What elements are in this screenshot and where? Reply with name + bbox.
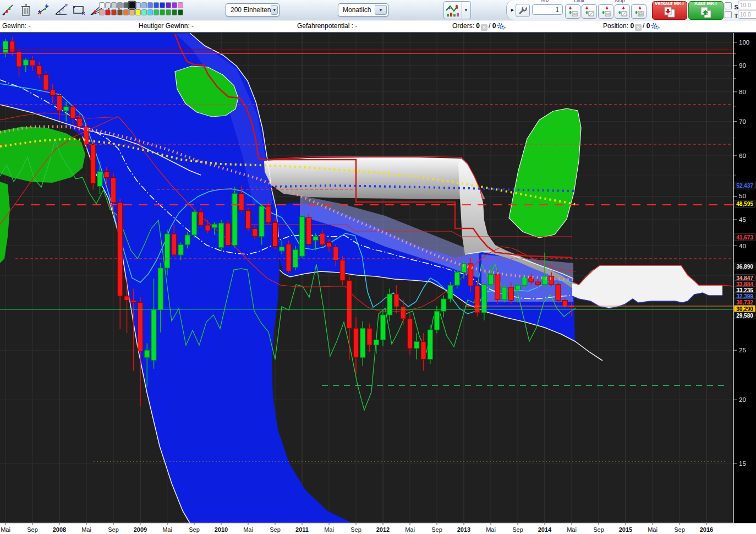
color-swatch[interactable]: [178, 9, 183, 15]
gefahrenpotential-item: Gefahrenpotential : -: [297, 22, 357, 30]
candle: [266, 206, 271, 223]
trendline-tool-button[interactable]: [36, 2, 51, 18]
x-axis-label: 2011: [295, 526, 309, 533]
color-swatch[interactable]: [166, 2, 171, 8]
close-position-icon[interactable]: ✕: [635, 24, 642, 31]
x-axis-label: Sep: [189, 526, 200, 533]
freehand-draw-tool-button[interactable]: [1, 2, 15, 18]
sell-limit-order-button[interactable]: [582, 4, 597, 19]
color-swatch[interactable]: [141, 9, 147, 15]
x-axis-label: Sep: [108, 526, 119, 533]
limit-order-icon: [567, 6, 578, 17]
color-swatch[interactable]: [105, 2, 111, 8]
candle: [549, 276, 554, 285]
color-swatch[interactable]: [129, 9, 135, 15]
orders-settings-gear-icon[interactable]: [497, 22, 506, 30]
y-axis-label: 45: [739, 216, 746, 223]
s-value-input[interactable]: [738, 1, 756, 9]
color-swatch[interactable]: [123, 9, 129, 15]
price-chart[interactable]: MaiSep2008MaiSep2009MaiSep2010MaiSep2011…: [0, 0, 756, 534]
delete-drawing-button[interactable]: [19, 2, 33, 18]
cancel-orders-icon[interactable]: ✕: [481, 24, 487, 31]
y-axis-label: 60: [739, 152, 746, 159]
y-axis-label: 25: [739, 347, 746, 353]
candle: [124, 296, 129, 301]
settings-wrench-button[interactable]: [516, 4, 530, 17]
candle: [23, 60, 28, 66]
color-swatch[interactable]: [111, 9, 117, 15]
color-swatch[interactable]: [178, 2, 183, 8]
color-swatch[interactable]: [147, 2, 153, 8]
color-swatch[interactable]: [117, 2, 123, 8]
buy-market-button[interactable]: Kauf MKT: [688, 1, 724, 20]
buy-limit-order-button[interactable]: [565, 4, 580, 19]
period-select[interactable]: Monatlich ▼: [338, 3, 388, 17]
x-axis-label: Mai: [648, 526, 658, 533]
candle: [273, 222, 278, 246]
x-axis-label: 2010: [215, 526, 228, 533]
t-value-input[interactable]: [738, 10, 756, 19]
color-swatch[interactable]: [99, 2, 105, 8]
position-count-2: 0: [647, 22, 650, 30]
limit-order-icon: [584, 6, 595, 17]
color-swatch[interactable]: [135, 9, 141, 15]
candle: [448, 285, 453, 299]
units-select[interactable]: 200 Einheiten ▼: [226, 3, 280, 17]
stop-order-button-1[interactable]: [598, 4, 613, 19]
candle: [17, 52, 21, 67]
chart-type-button[interactable]: ▼: [443, 1, 471, 19]
candle: [495, 274, 500, 299]
stop-order-icon: [633, 6, 644, 17]
color-swatch[interactable]: [147, 9, 153, 15]
color-swatch[interactable]: [111, 2, 117, 8]
candle: [333, 247, 338, 260]
color-swatch[interactable]: [166, 9, 171, 15]
color-swatch[interactable]: [141, 2, 147, 8]
panel-expand-arrow[interactable]: ►: [510, 7, 515, 13]
color-swatch[interactable]: [160, 9, 165, 15]
rectangle-icon: [72, 3, 86, 17]
rectangle-tool-button[interactable]: [72, 2, 86, 18]
color-swatch[interactable]: [123, 2, 129, 8]
stop-order-button-2[interactable]: [615, 4, 630, 19]
color-swatch[interactable]: [154, 2, 159, 8]
candle: [118, 203, 123, 296]
candle: [306, 217, 311, 244]
color-swatch[interactable]: [160, 2, 165, 8]
y-axis-label: 50: [739, 193, 746, 199]
color-swatch[interactable]: [99, 9, 105, 15]
chevron-down-icon[interactable]: ▼: [271, 5, 278, 15]
units-select-value: 200 Einheiten: [226, 6, 271, 14]
t-checkbox[interactable]: [725, 11, 732, 18]
stop-order-button-3[interactable]: [631, 4, 647, 19]
color-swatch[interactable]: [105, 9, 111, 15]
candle: [381, 315, 386, 340]
candle: [50, 90, 55, 95]
price-badge-value: 36,890: [736, 264, 753, 270]
chevron-down-icon[interactable]: ▼: [375, 5, 387, 15]
candle: [239, 194, 244, 211]
x-axis-label: Mai: [81, 526, 91, 533]
position-settings-gear-icon[interactable]: [651, 22, 660, 30]
y-axis-label: 70: [739, 118, 746, 125]
color-swatch[interactable]: [117, 9, 123, 15]
candle: [151, 310, 156, 361]
color-swatch[interactable]: [154, 9, 159, 15]
chevron-down-icon[interactable]: ▼: [462, 2, 470, 19]
candle: [111, 177, 116, 202]
x-axis[interactable]: MaiSep2008MaiSep2009MaiSep2010MaiSep2011…: [0, 523, 756, 534]
quantity-input[interactable]: [532, 4, 563, 15]
color-swatch[interactable]: [129, 2, 136, 9]
sell-market-button[interactable]: Verkauf MKT: [652, 1, 687, 20]
s-checkbox[interactable]: [725, 2, 732, 9]
angle-tool-button[interactable]: α: [54, 2, 68, 18]
price-badge-value: 30,290: [736, 306, 753, 312]
sell-market-label: Verkauf MKT: [653, 1, 687, 6]
x-axis-label: 2013: [457, 526, 470, 533]
price-badge-value: 41,673: [736, 235, 753, 241]
price-badge-value: 29,580: [736, 313, 753, 319]
color-swatch[interactable]: [135, 2, 141, 8]
x-axis-label: 2008: [53, 526, 66, 533]
color-swatch[interactable]: [172, 9, 177, 15]
color-swatch[interactable]: [172, 2, 177, 8]
